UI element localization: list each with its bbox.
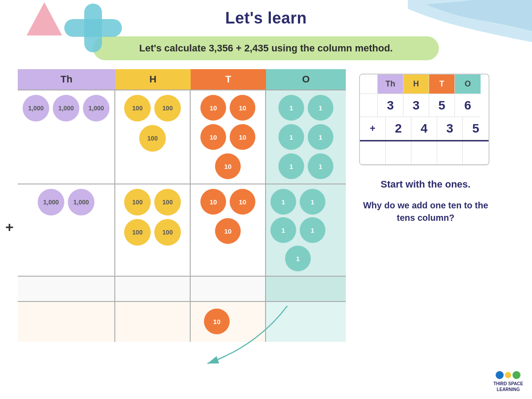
header-o: O	[266, 69, 346, 90]
logo-circle-blue	[496, 371, 504, 379]
token-10-2: 10	[230, 95, 255, 121]
add-header-h: H	[403, 74, 429, 94]
cell-row2-o: 1 1 1 1 1	[266, 184, 346, 276]
add-result-t	[437, 141, 463, 164]
add-result-o	[463, 141, 489, 164]
token-1000-4: 1,000	[38, 189, 64, 215]
right-panel: Th H T O 3 3 5 6 + 2 4 3 5	[359, 74, 492, 224]
logo-circles	[496, 371, 520, 379]
logo-circle-yellow	[505, 372, 511, 378]
token-1-7: 1	[270, 189, 296, 215]
add-cell-r1-h: 3	[403, 94, 429, 117]
cell-row2-h: 100 100 100 100	[115, 184, 191, 276]
logo-line1: THIRD SPACE	[493, 381, 523, 386]
add-cell-r1-th: 3	[378, 94, 403, 117]
token-1-1: 1	[278, 95, 304, 121]
token-1000-1: 1,000	[23, 95, 49, 121]
token-carry-10: 10	[204, 309, 230, 334]
token-10-8: 10	[215, 218, 241, 244]
grid-result-row	[18, 276, 346, 301]
token-10-5: 10	[215, 153, 241, 179]
add-label-blank	[360, 94, 378, 117]
start-instruction: Start with the ones.	[359, 179, 492, 190]
page-title: Let's learn	[0, 9, 532, 27]
token-100-6: 100	[124, 219, 151, 246]
token-1-4: 1	[308, 124, 333, 150]
cell-result-o	[266, 277, 346, 301]
token-10-7: 10	[230, 189, 255, 215]
logo-text: THIRD SPACE LEARNING	[493, 381, 523, 392]
logo-line2: LEARNING	[497, 387, 520, 392]
question-instruction: Why do we add one ten to the tens column…	[359, 199, 492, 224]
cell-row1-th: 1,000 1,000 1,000	[18, 90, 115, 184]
add-header-row: Th H T O	[360, 74, 489, 94]
cell-result-t	[191, 277, 266, 301]
cell-result-th	[18, 277, 115, 301]
add-label-plus: +	[360, 117, 386, 140]
grid-row-1: 1,000 1,000 1,000 100 100 100 10 10 10 1…	[18, 90, 346, 184]
grid-carry-row: 10	[18, 301, 346, 342]
add-cell-r2-th: 2	[386, 117, 411, 140]
cell-carry-th	[18, 302, 115, 342]
token-1000-3: 1,000	[83, 95, 110, 121]
token-1-9: 1	[270, 217, 296, 243]
token-1-6: 1	[308, 153, 333, 179]
token-10-6: 10	[200, 189, 226, 215]
grid-header-row: Th H T O	[18, 69, 346, 90]
cell-row2-t: 10 10 10	[191, 184, 266, 276]
token-100-3: 100	[139, 125, 166, 152]
add-cell-r2-o: 5	[463, 117, 489, 140]
add-label-result	[360, 141, 386, 164]
add-cell-r1-o: 6	[455, 94, 481, 117]
column-method-grid: + Th H T O 1,000 1,000 1,000 100 100 100…	[18, 69, 346, 342]
token-100-5: 100	[154, 189, 181, 215]
token-100-4: 100	[124, 189, 151, 215]
token-1-3: 1	[278, 124, 304, 150]
token-10-1: 10	[200, 95, 226, 121]
add-cell-r2-h: 4	[411, 117, 437, 140]
token-10-3: 10	[200, 124, 226, 150]
instruction-banner: Let's calculate 3,356 + 2,435 using the …	[93, 36, 439, 60]
token-100-7: 100	[154, 219, 181, 246]
cell-carry-t: 10	[191, 302, 266, 342]
token-10-4: 10	[230, 124, 255, 150]
cell-row1-h: 100 100 100	[115, 90, 191, 184]
add-header-th: Th	[378, 74, 403, 94]
token-100-2: 100	[154, 95, 181, 121]
token-1-11: 1	[285, 246, 311, 271]
token-1-2: 1	[308, 95, 333, 121]
add-cell-r1-t: 5	[429, 94, 455, 117]
cell-result-h	[115, 277, 191, 301]
add-row-1: 3 3 5 6	[360, 94, 489, 117]
add-row-2: + 2 4 3 5	[360, 117, 489, 141]
cell-row1-t: 10 10 10 10 10	[191, 90, 266, 184]
add-header-o: O	[455, 74, 481, 94]
logo-area: THIRD SPACE LEARNING	[493, 371, 523, 392]
header-t: T	[191, 69, 266, 90]
logo-circle-green	[512, 371, 520, 379]
cell-carry-h	[115, 302, 191, 342]
add-result-h	[411, 141, 437, 164]
token-1-8: 1	[300, 189, 325, 215]
add-result-row	[360, 141, 489, 164]
token-100-1: 100	[124, 95, 151, 121]
page-header: Let's learn	[0, 0, 532, 32]
add-result-th	[386, 141, 411, 164]
token-1-10: 1	[300, 217, 325, 243]
plus-sign: +	[5, 219, 14, 235]
cell-carry-o	[266, 302, 346, 342]
token-1-5: 1	[278, 153, 304, 179]
header-h: H	[115, 69, 191, 90]
cell-row2-th: 1,000 1,000	[18, 184, 115, 276]
grid-row-2: 1,000 1,000 100 100 100 100 10 10 10 1 1	[18, 184, 346, 276]
token-1000-5: 1,000	[68, 189, 94, 215]
addition-table: Th H T O 3 3 5 6 + 2 4 3 5	[359, 74, 489, 165]
add-cell-r2-t: 3	[437, 117, 463, 140]
token-1000-2: 1,000	[53, 95, 79, 121]
cell-row1-o: 1 1 1 1 1 1	[266, 90, 346, 184]
header-th: Th	[18, 69, 115, 90]
add-cell-blank	[360, 74, 378, 94]
add-header-t: T	[429, 74, 455, 94]
